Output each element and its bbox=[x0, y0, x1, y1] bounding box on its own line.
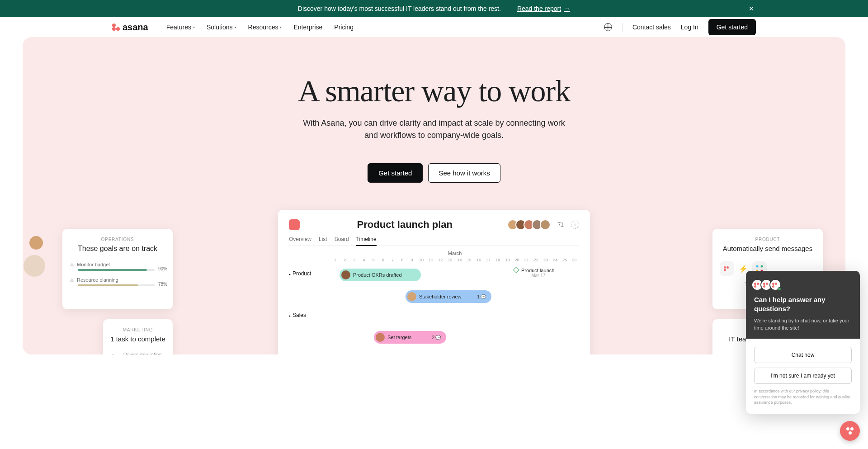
timeline-month: March bbox=[330, 250, 579, 256]
announcement-banner: Discover how today's most successful IT … bbox=[0, 0, 868, 17]
chat-title: Can I help answer any questions? bbox=[754, 295, 852, 313]
brand-name: asana bbox=[123, 22, 148, 33]
triangle-icon bbox=[70, 278, 74, 282]
card-title: 1 task to complete bbox=[110, 335, 165, 343]
banner-link[interactable]: Read the report → bbox=[517, 5, 570, 12]
goal-label: Resource planning bbox=[77, 277, 118, 283]
login-link[interactable]: Log In bbox=[681, 24, 698, 31]
member-count: 71 bbox=[558, 222, 564, 228]
chevron-down-icon: ▾ bbox=[235, 25, 236, 29]
svg-point-0 bbox=[756, 265, 759, 268]
lightning-icon: ⚡ bbox=[739, 265, 748, 273]
avatar bbox=[407, 292, 416, 301]
main-nav: asana Features▾ Solutions▾ Resources▾ En… bbox=[0, 17, 868, 37]
goal-percent: 90% bbox=[158, 266, 167, 271]
triangle-icon bbox=[70, 263, 74, 266]
tab-timeline[interactable]: Timeline bbox=[356, 236, 377, 246]
tab-board[interactable]: Board bbox=[335, 236, 349, 243]
timeline-days: 1234567891011121314151617181920212223242… bbox=[330, 258, 579, 262]
add-member-button[interactable]: + bbox=[571, 221, 579, 229]
tab-list[interactable]: List bbox=[319, 236, 327, 243]
member-avatars bbox=[510, 219, 551, 230]
asana-logo-icon bbox=[720, 261, 734, 276]
section-product[interactable]: Product bbox=[289, 270, 311, 277]
card-tag: PRODUCT bbox=[720, 237, 816, 242]
nav-resources[interactable]: Resources▾ bbox=[248, 24, 282, 31]
hero-section: A smarter way to work With Asana, you ca… bbox=[23, 37, 845, 354]
nav-pricing[interactable]: Pricing bbox=[334, 24, 354, 31]
goal-percent: 78% bbox=[158, 282, 167, 287]
brand-logo[interactable]: asana bbox=[112, 22, 148, 33]
online-status-icon bbox=[778, 287, 781, 291]
avatar bbox=[376, 333, 385, 342]
product-mockup: OPERATIONS These goals are on track Moni… bbox=[23, 210, 845, 354]
nav-solutions[interactable]: Solutions▾ bbox=[207, 24, 236, 31]
hero-get-started-button[interactable]: Get started bbox=[368, 163, 423, 183]
project-icon bbox=[289, 219, 300, 230]
hero-see-how-button[interactable]: See how it works bbox=[428, 163, 500, 183]
card-tag: OPERATIONS bbox=[70, 237, 165, 242]
task-item: ✓ Revise marketing OKRs bbox=[110, 352, 165, 354]
nav-features[interactable]: Features▾ bbox=[166, 24, 195, 31]
task-pill[interactable]: Product OKRs drafted bbox=[340, 269, 421, 281]
chat-subtitle: We're standing by to chat now, or take y… bbox=[754, 317, 852, 331]
close-icon[interactable]: ✕ bbox=[749, 5, 754, 12]
diamond-icon bbox=[513, 267, 519, 273]
chevron-down-icon: ▾ bbox=[193, 25, 195, 29]
banner-text: Discover how today's most successful IT … bbox=[298, 5, 501, 12]
check-circle-icon: ✓ bbox=[110, 354, 116, 354]
tab-overview[interactable]: Overview bbox=[289, 236, 311, 243]
project-tabs: Overview List Board Timeline bbox=[289, 236, 579, 246]
card-title: Automatically send messages bbox=[720, 245, 816, 252]
card-title: These goals are on track bbox=[70, 245, 165, 253]
chevron-down-icon: ▾ bbox=[280, 25, 282, 29]
task-pill[interactable]: Set targets 2 💬 bbox=[374, 331, 446, 344]
avatar bbox=[24, 255, 45, 277]
globe-icon[interactable] bbox=[604, 23, 612, 31]
avatar bbox=[341, 270, 350, 279]
hero-title: A smarter way to work bbox=[23, 73, 845, 109]
task-pill[interactable]: Stakeholder review 1 💬 bbox=[406, 290, 491, 303]
chat-now-button[interactable]: Chat now bbox=[754, 347, 852, 354]
avatar bbox=[29, 236, 43, 250]
logo-icon bbox=[112, 24, 120, 31]
timeline-card: Product launch plan 71 + Overview List B… bbox=[278, 210, 590, 354]
nav-enterprise[interactable]: Enterprise bbox=[293, 24, 322, 31]
arrow-right-icon: → bbox=[564, 5, 570, 12]
hero-subtitle: With Asana, you can drive clarity and im… bbox=[298, 117, 570, 142]
contact-sales-link[interactable]: Contact sales bbox=[632, 24, 671, 31]
marketing-card: MARKETING 1 task to complete ✓ Revise ma… bbox=[103, 319, 173, 354]
svg-point-1 bbox=[761, 265, 763, 268]
separator bbox=[622, 23, 623, 32]
milestone: Product launch Mar 17 bbox=[514, 268, 554, 278]
get-started-button[interactable]: Get started bbox=[708, 19, 756, 35]
chat-widget: Can I help answer any questions? We're s… bbox=[746, 271, 860, 354]
card-tag: MARKETING bbox=[110, 327, 165, 332]
operations-card: OPERATIONS These goals are on track Moni… bbox=[62, 229, 173, 309]
section-sales[interactable]: Sales bbox=[289, 312, 306, 318]
chat-agent-avatars bbox=[754, 279, 852, 291]
project-title: Product launch plan bbox=[304, 219, 505, 231]
goal-label: Monitor budget bbox=[77, 262, 110, 267]
